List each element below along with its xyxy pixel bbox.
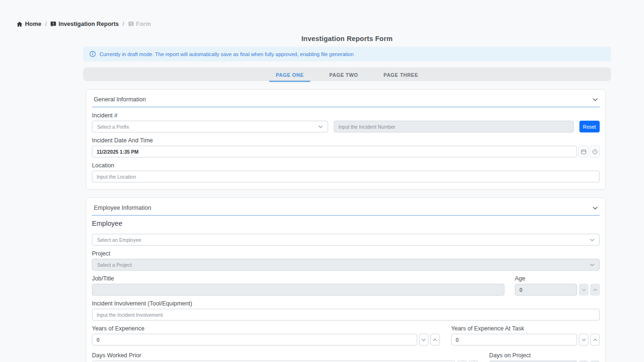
step-up-icon[interactable] (590, 334, 600, 346)
years-experience-stepper (92, 334, 440, 346)
clock-icon[interactable] (590, 146, 600, 157)
tab-page-two[interactable]: PAGE TWO (322, 69, 364, 82)
breadcrumb-investigation-reports[interactable]: Investigation Reports (50, 21, 119, 27)
experience-row: Years of Experience Years of Experience … (92, 325, 600, 346)
age-stepper (515, 284, 600, 296)
days-on-project-label: Days on Project (489, 352, 600, 359)
incident-prefix-select[interactable]: Select a Prefix (92, 121, 328, 132)
age-input (515, 284, 577, 296)
select-placeholder: Select a Project (97, 262, 132, 268)
select-placeholder: Select a Prefix (97, 124, 129, 130)
page-tabs: PAGE ONE PAGE TWO PAGE THREE (83, 67, 611, 81)
step-up-icon[interactable] (430, 334, 440, 346)
incident-datetime-label: Incident Date And Time (92, 137, 600, 144)
draft-mode-alert: Currently in draft mode. The report will… (83, 47, 611, 61)
incident-involvement-label: Incident Involvement (Tool/Equipment) (92, 300, 600, 307)
report-icon (50, 21, 56, 27)
report-icon (128, 21, 134, 27)
chevron-down-icon (590, 239, 594, 241)
home-icon (17, 21, 23, 27)
info-icon (90, 51, 96, 57)
project-label: Project (92, 250, 600, 257)
employee-select[interactable]: Select an Employee (92, 234, 600, 246)
location-field: Location (92, 162, 600, 182)
main-content: Investigation Reports Form Currently in … (83, 35, 611, 362)
step-down-icon (579, 284, 588, 296)
years-experience-task-stepper (451, 334, 600, 346)
incident-number-input (334, 121, 574, 132)
alert-text: Currently in draft mode. The report will… (99, 51, 354, 57)
calendar-icon[interactable] (578, 146, 588, 157)
years-experience-field: Years of Experience (92, 325, 440, 346)
incident-involvement-field: Incident Involvement (Tool/Equipment) (92, 300, 600, 321)
incident-datetime-input[interactable] (92, 146, 577, 157)
step-down-icon[interactable] (419, 334, 429, 346)
section-title: General Information (94, 96, 146, 103)
days-row: Days Worked Prior Days on Project (92, 352, 600, 362)
project-select: Select a Project (92, 259, 600, 271)
reset-button[interactable]: Reset (579, 121, 600, 132)
breadcrumb-home[interactable]: Home (17, 21, 41, 27)
incident-number-field: Incident # Select a Prefix Reset (92, 112, 600, 132)
employee-label: Employee (92, 220, 600, 227)
project-field: Project Select a Project (92, 250, 600, 271)
breadcrumb-form-current: Form (128, 21, 151, 27)
days-worked-prior-field: Days Worked Prior (92, 352, 478, 362)
chevron-down-icon (318, 125, 323, 128)
location-input[interactable] (92, 171, 600, 182)
age-field: Age (515, 275, 600, 296)
years-experience-label: Years of Experience (92, 325, 440, 332)
breadcrumb-separator: / (45, 21, 47, 27)
breadcrumb-label: Investigation Reports (58, 21, 119, 27)
breadcrumb-label: Home (25, 21, 41, 27)
employee-field: Employee Select an Employee (92, 220, 600, 246)
tab-page-one[interactable]: PAGE ONE (269, 69, 310, 82)
select-placeholder: Select an Employee (97, 237, 141, 243)
incident-number-label: Incident # (92, 112, 600, 119)
breadcrumb-label: Form (136, 21, 151, 27)
breadcrumb-separator: / (123, 21, 124, 27)
years-experience-task-field: Years of Experience At Task (451, 325, 600, 346)
age-label: Age (515, 275, 600, 282)
job-title-input (92, 284, 504, 296)
employee-information-card: Employee Information Employee Select an … (86, 197, 606, 362)
job-age-row: Job/Title Age (92, 275, 600, 296)
section-title: Employee Information (94, 205, 151, 211)
tab-page-three[interactable]: PAGE THREE (377, 69, 425, 82)
chevron-down-icon (590, 263, 594, 266)
chevron-down-icon (593, 206, 598, 210)
days-on-project-field: Days on Project (489, 352, 600, 362)
employee-information-header[interactable]: Employee Information (92, 203, 600, 216)
years-experience-input[interactable] (92, 334, 417, 346)
page-title: Investigation Reports Form (83, 35, 611, 42)
location-label: Location (92, 162, 600, 169)
step-down-icon[interactable] (579, 334, 588, 346)
general-information-card: General Information Incident # Select a … (86, 89, 606, 189)
job-title-field: Job/Title (92, 275, 504, 296)
chevron-down-icon (593, 98, 598, 101)
incident-involvement-input[interactable] (92, 309, 600, 321)
years-experience-task-label: Years of Experience At Task (451, 325, 600, 332)
days-worked-prior-label: Days Worked Prior (92, 352, 478, 359)
breadcrumb: Home / Investigation Reports / Form (17, 21, 644, 27)
years-experience-task-input[interactable] (451, 334, 577, 346)
general-information-header[interactable]: General Information (92, 94, 600, 107)
job-title-label: Job/Title (92, 275, 504, 282)
incident-datetime-field: Incident Date And Time (92, 137, 600, 157)
step-up-icon (590, 284, 600, 296)
